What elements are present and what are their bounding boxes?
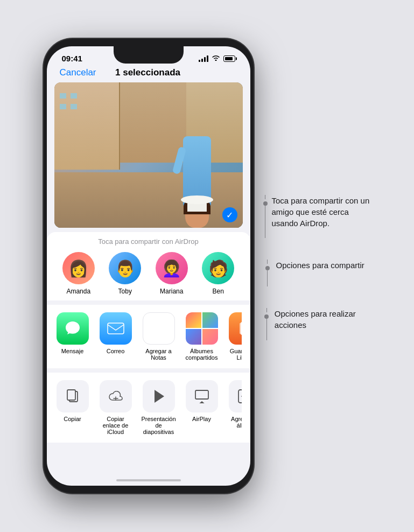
- svg-rect-0: [108, 323, 124, 334]
- page-title: 1 seleccionada: [115, 67, 180, 78]
- icloud-link-icon: [100, 380, 132, 412]
- share-books[interactable]: Guardar en Libros: [228, 312, 242, 361]
- contact-name-amanda: Amanda: [66, 288, 90, 295]
- signal-icon: [199, 55, 208, 62]
- share-photos[interactable]: Álbumes compartidos: [185, 312, 219, 361]
- airdrop-title: Toca para compartir con AirDrop: [47, 237, 250, 246]
- svg-rect-2: [240, 323, 242, 334]
- selection-checkmark[interactable]: ✓: [222, 207, 237, 222]
- messages-label: Mensaje: [61, 348, 84, 354]
- action-options-section: Copiar Copiar enlace de iCloud: [47, 373, 250, 443]
- icloud-link-label: Copiar enlace de iCloud: [99, 416, 133, 435]
- status-time: 09:41: [62, 54, 82, 63]
- action-slideshow[interactable]: Presentación de diapositivas: [142, 380, 176, 435]
- slideshow-icon: [143, 380, 175, 412]
- share-notes[interactable]: Agregar a Notas: [142, 312, 176, 361]
- annotation-text-share: Opciones para compartir: [276, 260, 364, 271]
- contact-name-mariana: Mariana: [160, 288, 183, 295]
- airplay-icon: [186, 380, 218, 412]
- cancel-button[interactable]: Cancelar: [60, 67, 96, 78]
- phone-shell: 09:41: [44, 39, 254, 493]
- airplay-label: AirPlay: [192, 416, 211, 422]
- svg-rect-6: [195, 390, 208, 399]
- avatar-mariana: 👩‍🦱: [156, 252, 188, 284]
- notch: [114, 46, 184, 64]
- messages-icon: [57, 312, 89, 345]
- annotations: Toca para compartir con un amigo que est…: [263, 39, 371, 358]
- action-icloud-link[interactable]: Copiar enlace de iCloud: [99, 380, 133, 435]
- home-indicator: [116, 479, 181, 481]
- copy-icon: [57, 380, 89, 412]
- annotation-actions: Opciones para realizar acciones: [263, 308, 371, 340]
- battery-icon: [223, 55, 235, 62]
- photos-icon: [186, 312, 218, 345]
- share-options-grid: Mensaje Correo: [55, 312, 242, 361]
- contact-ben[interactable]: 🧑 Ben: [202, 252, 234, 295]
- action-copy[interactable]: Copiar: [55, 380, 90, 435]
- share-options-section: Mensaje Correo: [47, 305, 250, 368]
- svg-rect-4: [67, 390, 75, 400]
- action-options-grid: Copiar Copiar enlace de iCloud: [55, 380, 242, 435]
- wifi-icon: [212, 54, 220, 62]
- status-icons: [199, 54, 235, 62]
- add-album-icon: [229, 380, 242, 412]
- share-mail[interactable]: Correo: [99, 312, 133, 361]
- books-icon: [229, 312, 242, 345]
- svg-marker-5: [155, 390, 164, 403]
- mail-icon: [100, 312, 132, 345]
- phone-screen: 09:41: [47, 46, 250, 486]
- share-messages[interactable]: Mensaje: [55, 312, 90, 361]
- annotation-airdrop: Toca para compartir con un amigo que est…: [263, 195, 371, 238]
- annotation-text-actions: Opciones para realizar acciones: [275, 308, 371, 331]
- contact-name-toby: Toby: [118, 288, 132, 295]
- contact-mariana[interactable]: 👩‍🦱 Mariana: [156, 252, 188, 295]
- photo-scene: ✓: [54, 82, 243, 228]
- notes-icon: [143, 312, 175, 345]
- notes-label: Agregar a Notas: [142, 348, 176, 361]
- action-add-album[interactable]: Agregar al álbum: [228, 380, 242, 435]
- annotation-share: Opciones para compartir: [263, 260, 371, 286]
- slideshow-label: Presentación de diapositivas: [141, 416, 176, 435]
- photo-thumbnail[interactable]: ✓: [54, 82, 243, 228]
- avatar-amanda: 👩: [62, 252, 95, 284]
- action-airplay[interactable]: AirPlay: [185, 380, 219, 435]
- nav-bar: Cancelar 1 seleccionada: [47, 65, 250, 82]
- scene: 09:41: [44, 39, 371, 493]
- avatar-ben: 🧑: [202, 252, 234, 284]
- share-sheet: Toca para compartir con AirDrop 👩 Amanda: [47, 232, 250, 443]
- avatar-toby: 👨: [109, 252, 141, 284]
- airdrop-section: Toca para compartir con AirDrop 👩 Amanda: [47, 232, 250, 300]
- contact-amanda[interactable]: 👩 Amanda: [62, 252, 95, 295]
- contact-name-ben: Ben: [213, 288, 224, 295]
- copy-label: Copiar: [64, 416, 81, 422]
- annotation-text-airdrop: Toca para compartir con un amigo que est…: [272, 195, 371, 229]
- annotation-dot-3: [264, 314, 269, 319]
- mail-label: Correo: [107, 348, 125, 354]
- svg-marker-7: [198, 401, 206, 403]
- airdrop-contacts: 👩 Amanda 👨 Toby: [47, 252, 250, 295]
- books-label: Guardar en Libros: [228, 348, 242, 361]
- add-album-label: Agregar al álbum: [228, 416, 242, 429]
- photos-label: Álbumes compartidos: [185, 348, 219, 361]
- contact-toby[interactable]: 👨 Toby: [109, 252, 141, 295]
- annotation-dot-1: [263, 201, 268, 206]
- annotation-dot-2: [265, 266, 270, 270]
- phone-wrap: 09:41: [44, 39, 254, 493]
